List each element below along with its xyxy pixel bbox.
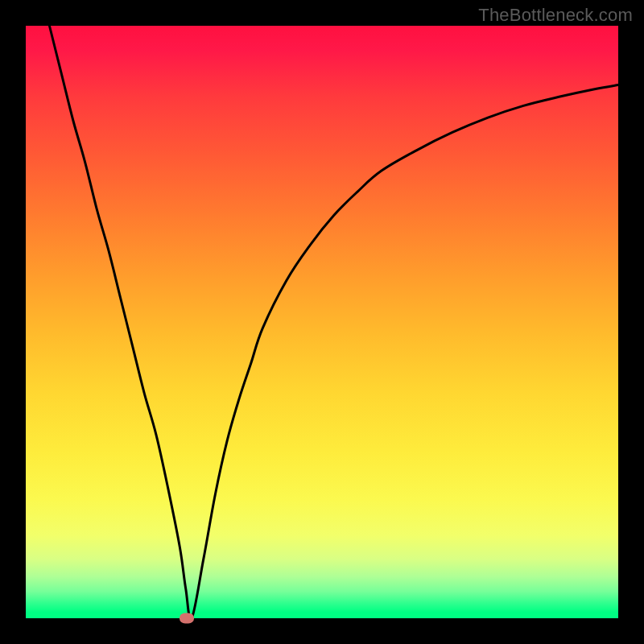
- bottleneck-curve: [26, 26, 618, 618]
- curve-path: [49, 26, 618, 619]
- watermark-text: TheBottleneck.com: [478, 5, 633, 26]
- plot-area: [26, 26, 618, 618]
- chart-container: TheBottleneck.com: [0, 0, 644, 644]
- optimal-marker: [180, 613, 194, 624]
